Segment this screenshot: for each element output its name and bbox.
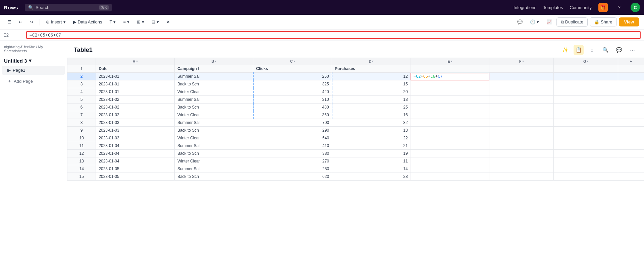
history-button[interactable]: 🕐 ▾ [527,18,542,26]
cell-f6[interactable] [489,104,554,111]
cell-d8[interactable]: 32 [332,119,411,127]
cell-e14[interactable] [411,165,489,173]
col-header-D[interactable]: D ▾ [332,58,411,65]
cell-c9[interactable]: 290 [253,127,332,134]
cell-e11[interactable] [411,142,489,150]
cell-e9[interactable] [411,127,489,134]
cell-d9[interactable]: 13 [332,127,411,134]
cell-b15[interactable]: Back to Sch [174,173,253,181]
cell-f15[interactable] [489,173,554,181]
header-f[interactable] [489,65,554,73]
cell-a11[interactable]: 2023-01-04 [96,142,175,150]
cell-g11[interactable] [554,142,618,150]
cell-e4[interactable] [411,88,489,96]
col-header-G[interactable]: G ▾ [554,58,618,65]
cell-c2[interactable]: 250 [253,73,332,80]
cell-e15[interactable] [411,173,489,181]
cell-a12[interactable]: 2023-01-04 [96,150,175,157]
redo-button[interactable]: ↪ [27,18,36,26]
cell-b5[interactable]: Summer Sal [174,96,253,104]
header-campaign[interactable]: Campaign f [174,65,253,73]
cell-d7[interactable]: 16 [332,111,411,119]
insert-button[interactable]: ⊕ Insert ▾ [43,18,68,26]
cell-c11[interactable]: 410 [253,142,332,150]
comment-view-button[interactable]: 💬 [515,18,525,26]
cell-c3[interactable]: 325 [253,80,332,88]
help-button[interactable]: ? [614,3,624,12]
cell-b10[interactable]: Winter Clear [174,134,253,142]
cell-g12[interactable] [554,150,618,157]
cell-e12[interactable] [411,150,489,157]
cell-a10[interactable]: 2023-01-03 [96,134,175,142]
cell-a13[interactable]: 2023-01-04 [96,157,175,165]
cell-e3[interactable] [411,80,489,88]
cell-f12[interactable] [489,150,554,157]
cell-f9[interactable] [489,127,554,134]
header-g[interactable] [554,65,618,73]
cell-e2[interactable]: =C2+C5+C6+C7 [411,73,489,80]
cell-a6[interactable]: 2023-01-02 [96,104,175,111]
cell-b4[interactable]: Winter Clear [174,88,253,96]
text-format-button[interactable]: T ▾ [107,18,119,26]
cell-f11[interactable] [489,142,554,150]
header-date[interactable]: Date [96,65,175,73]
cell-c14[interactable]: 280 [253,165,332,173]
view-button[interactable]: View [619,17,639,26]
cell-b13[interactable]: Winter Clear [174,157,253,165]
cell-b14[interactable]: Summer Sal [174,165,253,173]
cell-a3[interactable]: 2023-01-01 [96,80,175,88]
cell-d13[interactable]: 11 [332,157,411,165]
community-link[interactable]: Community [570,5,592,10]
align-button[interactable]: ≡ ▾ [120,18,132,26]
cell-d14[interactable]: 14 [332,165,411,173]
undo-button[interactable]: ↩ [16,18,25,26]
cell-c13[interactable]: 270 [253,157,332,165]
cell-g10[interactable] [554,134,618,142]
cell-g8[interactable] [554,119,618,127]
clear-button[interactable]: ✕ [164,18,173,26]
cell-f7[interactable] [489,111,554,119]
cell-e13[interactable] [411,157,489,165]
cell-g2[interactable] [554,73,618,80]
cell-g3[interactable] [554,80,618,88]
col-header-F[interactable]: F ▾ [489,58,554,65]
cell-f4[interactable] [489,88,554,96]
col-header-E[interactable]: E ▾ [411,58,489,65]
data-actions-button[interactable]: ▶ Data Actions [70,18,105,26]
cell-a14[interactable]: 2023-01-05 [96,165,175,173]
integrations-link[interactable]: Integrations [514,5,536,10]
cell-b12[interactable]: Back to Sch [174,150,253,157]
more-button[interactable]: ⋯ [627,45,637,55]
cell-d11[interactable]: 21 [332,142,411,150]
formula-input[interactable] [26,31,641,39]
cell-c4[interactable]: 420 [253,88,332,96]
cell-f3[interactable] [489,80,554,88]
cell-b7[interactable]: Winter Clear [174,111,253,119]
cell-c10[interactable]: 540 [253,134,332,142]
cell-b11[interactable]: Summer Sal [174,142,253,150]
header-e[interactable] [411,65,489,73]
col-header-C[interactable]: C ▾ [253,58,332,65]
cell-b6[interactable]: Back to Sch [174,104,253,111]
cell-f13[interactable] [489,157,554,165]
cell-e5[interactable] [411,96,489,104]
cell-f10[interactable] [489,134,554,142]
cell-d4[interactable]: 20 [332,88,411,96]
chart-button[interactable]: 📈 [544,18,554,26]
cell-g15[interactable] [554,173,618,181]
cell-a5[interactable]: 2023-01-02 [96,96,175,104]
sort-button[interactable]: ↕ [587,45,597,55]
cell-g4[interactable] [554,88,618,96]
cell-b9[interactable]: Back to Sch [174,127,253,134]
avatar[interactable]: C [631,3,640,12]
cell-a4[interactable]: 2023-01-01 [96,88,175,96]
cell-c5[interactable]: 310 [253,96,332,104]
border-button[interactable]: ⊟ ▾ [149,18,162,26]
share-button[interactable]: 🔒 Share [590,17,617,26]
cell-d5[interactable]: 18 [332,96,411,104]
cell-f2[interactable] [489,73,554,80]
cell-g13[interactable] [554,157,618,165]
cell-a2[interactable]: 2023-01-01 [96,73,175,80]
cell-a7[interactable]: 2023-01-02 [96,111,175,119]
header-purchases[interactable]: Purchases [332,65,411,73]
